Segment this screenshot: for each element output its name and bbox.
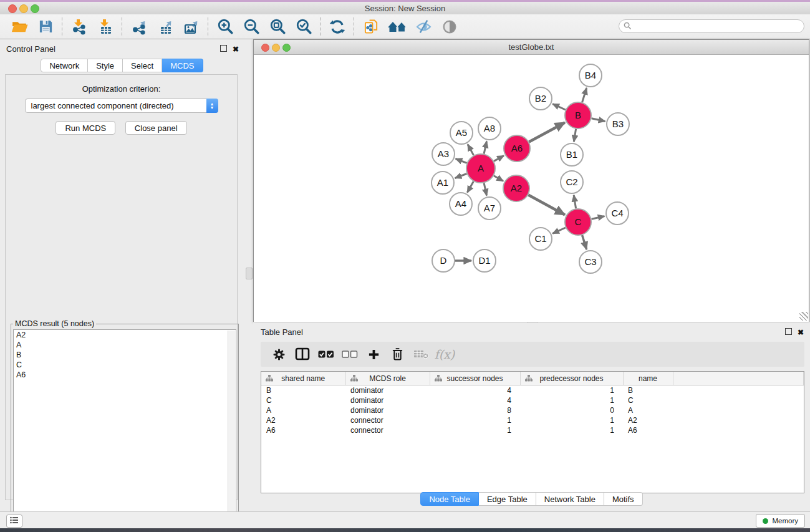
- tab-network-table[interactable]: Network Table: [536, 492, 604, 506]
- node-label-C4: C4: [611, 208, 623, 218]
- column-header[interactable]: predecessor nodes: [520, 372, 623, 385]
- edge-A6-B[interactable]: [529, 122, 565, 142]
- table-toolbar: f(x): [261, 342, 804, 367]
- edge-A-A2[interactable]: [494, 176, 503, 181]
- memory-button[interactable]: Memory: [756, 514, 805, 528]
- refresh-icon[interactable]: [324, 17, 350, 37]
- scrollbar-track[interactable]: [228, 331, 235, 530]
- edge-B-B3[interactable]: [592, 118, 605, 122]
- column-header[interactable]: shared name: [261, 372, 345, 385]
- table-row[interactable]: A2connector11A2: [261, 415, 804, 425]
- criterion-value: largest connected component (directed): [31, 101, 174, 110]
- tab-network[interactable]: Network: [41, 59, 88, 72]
- edge-B-B1[interactable]: [574, 129, 576, 142]
- desktop-wallpaper-strip-bottom: [0, 528, 810, 532]
- search-box: [619, 19, 804, 33]
- import-table-icon[interactable]: [92, 17, 118, 37]
- export-table-icon[interactable]: [152, 17, 178, 37]
- toolbar-separator: [122, 17, 123, 36]
- table-row[interactable]: Adominator80A: [261, 405, 804, 415]
- mcds-result-list[interactable]: A2ABCA6: [13, 329, 236, 531]
- node-label-A6: A6: [511, 143, 523, 153]
- node-label-B4: B4: [585, 70, 596, 80]
- close-table-panel-icon[interactable]: ✖: [798, 328, 804, 337]
- deselect-all-icon[interactable]: [338, 344, 362, 364]
- edge-C-C3[interactable]: [582, 235, 587, 249]
- hide-details-icon[interactable]: [410, 17, 436, 37]
- mcds-result-item[interactable]: B: [14, 350, 236, 360]
- optimization-criterion-label: Optimization criterion:: [6, 84, 237, 94]
- node-label-A3: A3: [438, 148, 449, 159]
- settings-icon[interactable]: [267, 344, 291, 364]
- show-columns-icon[interactable]: [291, 344, 314, 364]
- edge-B-B2[interactable]: [552, 104, 566, 110]
- edge-C-C4[interactable]: [592, 216, 605, 220]
- function-builder-icon: f(x): [433, 344, 456, 364]
- node-label-A: A: [478, 163, 484, 173]
- export-image-icon[interactable]: [178, 17, 205, 37]
- tree-icon: [350, 375, 358, 384]
- export-network-icon[interactable]: [126, 17, 152, 37]
- mcds-result-item[interactable]: A: [14, 340, 236, 350]
- close-panel-icon[interactable]: ✖: [233, 45, 239, 54]
- add-row-icon[interactable]: [362, 344, 385, 364]
- mcds-result-item[interactable]: A6: [14, 370, 236, 380]
- node-label-D: D: [440, 255, 447, 266]
- edge-C-C1[interactable]: [552, 228, 566, 233]
- run-mcds-button[interactable]: Run MCDS: [55, 121, 115, 135]
- edge-A-A8[interactable]: [484, 142, 486, 154]
- column-header[interactable]: successor nodes: [430, 372, 520, 385]
- tab-style[interactable]: Style: [88, 59, 123, 72]
- home-icon[interactable]: [384, 17, 410, 37]
- node-label-C: C: [575, 216, 582, 227]
- search-input[interactable]: [619, 19, 804, 33]
- show-graphics-icon[interactable]: [436, 17, 463, 37]
- column-header[interactable]: MCDS role: [345, 372, 430, 385]
- edge-A-A6[interactable]: [494, 156, 504, 162]
- float-panel-icon[interactable]: [220, 45, 227, 52]
- zoom-fit-icon[interactable]: [264, 17, 291, 37]
- import-network-icon[interactable]: [66, 17, 92, 37]
- mcds-result-item[interactable]: C: [14, 360, 236, 370]
- table-row[interactable]: Bdominator41B: [261, 385, 804, 396]
- mcds-result-group: MCDS result (5 nodes) A2ABCA6: [11, 319, 239, 532]
- zoom-out-icon[interactable]: [238, 17, 264, 37]
- tab-mcds[interactable]: MCDS: [162, 59, 203, 72]
- panel-divider-grip-vertical[interactable]: [246, 268, 253, 279]
- tab-motifs[interactable]: Motifs: [604, 492, 643, 506]
- window-resize-grip[interactable]: [799, 312, 808, 321]
- table-panel: Table Panel ✖ f(x) shared nameMCDS roles…: [253, 322, 810, 511]
- tab-node-table[interactable]: Node Table: [420, 492, 479, 506]
- memory-label: Memory: [772, 517, 798, 525]
- edge-A-A5[interactable]: [468, 144, 474, 155]
- tab-edge-table[interactable]: Edge Table: [479, 492, 536, 506]
- open-session-icon[interactable]: [6, 17, 32, 37]
- task-history-button[interactable]: [6, 515, 22, 528]
- edge-A-A4[interactable]: [467, 181, 473, 193]
- edge-A-A1[interactable]: [455, 174, 467, 178]
- toolbar-separator: [320, 17, 321, 36]
- table-row[interactable]: Cdominator41C: [261, 395, 804, 405]
- column-header[interactable]: name: [623, 372, 673, 385]
- network-canvas[interactable]: B4B2BB3B1A5A8A6A3AA1A2C2A4A7CC4C1C3DD1: [254, 55, 809, 322]
- network-window-titlebar[interactable]: testGlobe.txt: [254, 40, 809, 55]
- tab-select[interactable]: Select: [123, 59, 162, 72]
- edge-A-A3[interactable]: [456, 159, 467, 163]
- zoom-in-icon[interactable]: [212, 17, 238, 37]
- criterion-dropdown[interactable]: largest connected component (directed) ▲…: [25, 99, 218, 113]
- edge-B-B4[interactable]: [582, 88, 587, 102]
- table-panel-title: Table Panel: [261, 327, 303, 337]
- edge-A2-C[interactable]: [528, 195, 565, 215]
- delete-row-icon[interactable]: [385, 344, 409, 364]
- table-row[interactable]: A6connector11A6: [261, 425, 804, 435]
- edge-A-A7[interactable]: [484, 183, 486, 195]
- zoom-selected-icon[interactable]: [291, 17, 317, 37]
- clone-network-icon[interactable]: [358, 17, 384, 37]
- select-all-icon[interactable]: [314, 344, 338, 364]
- edge-C-C2[interactable]: [574, 195, 576, 209]
- float-table-panel-icon[interactable]: [785, 328, 792, 335]
- mcds-result-item[interactable]: A2: [14, 330, 236, 340]
- node-label-B2: B2: [535, 93, 546, 104]
- close-panel-button[interactable]: Close panel: [125, 121, 187, 135]
- save-session-icon[interactable]: [32, 17, 59, 37]
